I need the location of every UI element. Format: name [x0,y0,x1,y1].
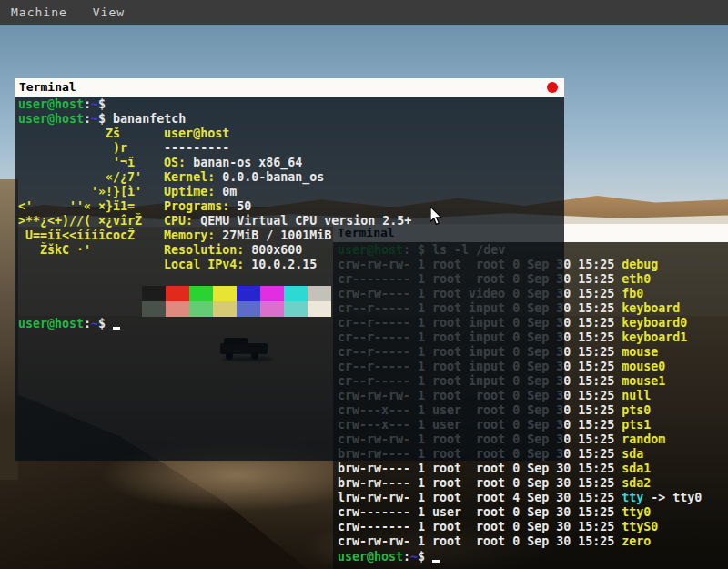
terminal-text: sda2 [622,476,651,490]
palette-swatch [260,301,284,317]
terminal-text: 0m [222,185,237,198]
text-cursor [432,549,440,563]
terminal-line: user@host:~$ [18,97,564,112]
terminal-text: brw-rw---- 1 root root 0 Sep 30 15:25 [338,476,622,490]
palette-swatch [189,301,213,317]
terminal-text: mouse [622,345,658,359]
palette-swatch [284,286,308,301]
terminal-text: Zš user@host [18,127,229,140]
terminal-line: user@host:~$ bananfetch [18,112,564,127]
mouse-pointer-icon [430,206,443,226]
terminal-text: user@host [18,97,84,111]
palette-swatch [213,301,237,317]
terminal-text: ŽškC ·' Resolution: [18,243,251,257]
terminal-text: pts1 [622,418,651,432]
terminal-text: 10.0.2.15 [251,258,317,271]
terminal-text: <' ''« ×}ï1= Programs: [18,199,237,213]
terminal-text: keyboard0 [622,316,687,330]
terminal-line [18,272,564,287]
terminal-line: '¬ï OS: banan-os x86_64 [18,156,564,170]
terminal-text: user@host [18,112,84,126]
terminal-text: mouse1 [622,374,665,388]
terminal-line: brw-rw---- 1 root root 0 Sep 30 15:25 sd… [338,462,728,476]
text-cursor [113,316,120,330]
terminal-line: <' ''« ×}ï1= Programs: 50 [18,199,564,214]
terminal-text: eth0 [622,272,651,286]
terminal-text: $ [418,550,432,564]
terminal-text: U==íï<<íííîcocŽ Memory: [18,229,222,242]
palette-swatch [142,301,166,317]
terminal-text: ttyS0 [622,520,658,533]
terminal-line: U==íï<<íííîcocŽ Memory: 27MiB / 1001MiB [18,229,564,243]
terminal-line: crw------- 1 root root 0 Sep 30 15:25 tt… [338,520,728,534]
terminal-text: >**¿<+)//( ×¿vîrŽ CPU: [18,214,200,228]
terminal-text: QEMU Virtual CPU version 2.5+ [200,214,411,228]
palette-swatch [237,286,260,301]
terminal-text: pts0 [622,403,651,417]
terminal-text: sda1 [622,462,651,475]
palette-row [142,301,331,317]
terminal-text: «/¿7' Kernel: [18,170,222,184]
palette-swatch [166,286,189,301]
terminal-text: ~ [91,317,98,330]
terminal1-titlebar[interactable]: Terminal [15,78,564,97]
terminal-text: mouse0 [622,360,665,373]
fetch-color-palette [142,286,331,317]
terminal-text: : [84,97,91,111]
terminal-text: '¬ï OS: [18,156,193,169]
terminal-text: fb0 [622,287,643,300]
terminal-line: crw------- 1 user root 0 Sep 30 15:25 tt… [338,505,728,520]
close-button[interactable] [547,82,558,93]
palette-swatch [284,301,308,317]
vm-screen: Machine View Terminal user@host:~$ ls -l… [0,0,728,569]
terminal-line: brw-rw---- 1 root root 0 Sep 30 15:25 sd… [338,476,728,491]
terminal-line: «/¿7' Kernel: 0.0.0-banan_os [18,170,564,185]
terminal-text: $ bananfetch [98,112,186,126]
palette-swatch [189,286,213,301]
palette-swatch [260,286,284,301]
menu-item-view[interactable]: View [93,0,125,25]
terminal1-title: Terminal [19,80,76,94]
terminal-text: )r [18,141,164,155]
terminal-text: tty0 [622,505,651,519]
terminal-text: $ [98,317,113,330]
palette-swatch [308,301,331,317]
palette-row [142,286,331,301]
terminal-text: debug [622,258,658,271]
terminal-text: keyboard [622,301,680,315]
terminal-text: random [622,432,665,446]
terminal-text: '»!}[ì' Uptime: [18,185,222,198]
terminal-text: user@host [18,317,84,330]
terminal-line: user@host:~$ [18,316,564,330]
palette-swatch [166,301,189,317]
terminal-text: : [84,112,91,126]
terminal-text: sda [622,447,643,461]
terminal-text: 0.0.0-banan_os [222,170,324,184]
terminal-text: crw------- 1 user root 0 Sep 30 15:25 [338,505,622,519]
terminal-text: keyboard1 [622,330,687,344]
terminal1-content[interactable]: user@host:~$user@host:~$ bananfetch Zš u… [15,97,564,461]
terminal-line: Zš user@host [18,127,564,141]
terminal-line: )r --------- [18,141,564,156]
terminal-line: ŽškC ·' Resolution: 800x600 [18,243,564,258]
terminal-text: crw------- 1 root root 0 Sep 30 15:25 [338,520,622,533]
terminal-line: Local IPv4: 10.0.2.15 [18,258,564,272]
terminal-line: lrw-rw-rw- 1 root root 4 Sep 30 15:25 tt… [338,491,728,505]
terminal-text: null [622,389,651,402]
terminal-text: 27MiB / 1001MiB [222,229,331,242]
terminal-line: >**¿<+)//( ×¿vîrŽ CPU: QEMU Virtual CPU … [18,214,564,229]
terminal-text: : [403,550,410,564]
terminal-line: '»!}[ì' Uptime: 0m [18,185,564,199]
terminal-text: banan-os x86_64 [193,156,302,169]
terminal-text: 50 [237,199,251,213]
palette-swatch [308,286,331,301]
terminal-line: user@host:~$ [338,549,728,564]
terminal-window-front: Terminal user@host:~$user@host:~$ bananf… [15,78,564,461]
terminal-text: ~ [410,550,418,564]
terminal-text: lrw-rw-rw- 1 root root 4 Sep 30 15:25 [338,491,622,504]
terminal-text: -> tty0 [643,491,702,504]
menu-item-machine[interactable]: Machine [11,0,67,25]
terminal-text: $ [98,97,106,111]
palette-swatch [213,286,237,301]
terminal-text: --------- [164,141,229,155]
